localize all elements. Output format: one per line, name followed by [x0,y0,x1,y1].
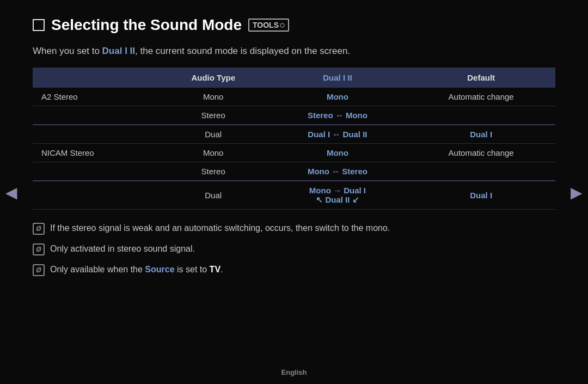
header-audio-type: Audio Type [158,68,268,88]
cell-default [407,162,555,181]
checkbox-icon [33,19,45,31]
table-row: Dual Mono → Dual I↖ Dual II ↙ Dual I [33,181,555,210]
header-default: Default [407,68,555,88]
note-icon-2: Ø [33,243,45,255]
sound-table: Audio Type Dual I II Default A2 Stereo M… [33,68,555,210]
cell-audio-type: Mono [158,143,268,162]
cell-group: A2 Stereo [33,88,158,106]
cell-default: Dual I [407,181,555,210]
title-row: Selecting the Sound Mode TOOLS ⬡ [33,16,555,34]
svg-rect-0 [35,22,42,28]
note-3-text: Only available when the Source is set to… [50,263,223,276]
nav-arrow-left[interactable]: ◀ [5,183,17,201]
cell-default: Dual I [407,125,555,144]
note-3-after: . [220,265,223,274]
note-3: Ø Only available when the Source is set … [33,263,555,276]
table-row: Dual Dual I ↔ Dual II Dual I [33,125,555,144]
table-row: NICAM Stereo Mono Mono Automatic change [33,143,555,162]
cell-default [407,106,555,125]
note-icon-3: Ø [33,264,45,276]
note-1-text: If the stereo signal is weak and an auto… [50,222,390,235]
cell-dual: Mono [268,143,407,162]
note-3-tv: TV [210,265,220,274]
cell-group: NICAM Stereo [33,143,158,162]
note-2-text: Only activated in stereo sound signal. [50,242,195,255]
header-group [33,68,158,88]
cell-group [33,181,158,210]
page-title: Selecting the Sound Mode [51,16,242,34]
cell-audio-type: Mono [158,88,268,106]
table-header-row: Audio Type Dual I II Default [33,68,555,88]
tools-badge: TOOLS ⬡ [248,19,289,32]
cell-dual: Mono ↔ Stereo [268,162,407,181]
cell-audio-type: Dual [158,125,268,144]
note-1: Ø If the stereo signal is weak and an au… [33,222,555,235]
notes-section: Ø If the stereo signal is weak and an au… [33,222,555,276]
subtitle-after: , the current sound mode is displayed on… [135,46,350,56]
nav-arrow-right[interactable]: ▶ [571,183,583,201]
table-row: A2 Stereo Mono Mono Automatic change [33,88,555,106]
cell-default: Automatic change [407,143,555,162]
note-3-source: Source [145,265,174,274]
header-dual: Dual I II [268,68,407,88]
cell-audio-type: Stereo [158,106,268,125]
subtitle: When you set to Dual I II, the current s… [33,45,555,58]
tools-label: TOOLS [253,21,279,29]
note-3-before: Only available when the [50,265,145,274]
cell-default: Automatic change [407,88,555,106]
cell-dual: Mono → Dual I↖ Dual II ↙ [268,181,407,210]
note-2: Ø Only activated in stereo sound signal. [33,242,555,255]
cell-group [33,162,158,181]
cell-audio-type: Stereo [158,162,268,181]
cell-dual: Mono [268,88,407,106]
tools-arrow-icon: ⬡ [280,22,285,28]
subtitle-before: When you set to [33,46,102,56]
footer-language: English [0,368,588,376]
subtitle-highlight: Dual I II [102,46,135,56]
cell-dual: Dual I ↔ Dual II [268,125,407,144]
cell-group [33,125,158,144]
table-row: Stereo Stereo ↔ Mono [33,106,555,125]
table-row: Stereo Mono ↔ Stereo [33,162,555,181]
note-3-middle: is set to [175,265,210,274]
cell-audio-type: Dual [158,181,268,210]
note-icon-1: Ø [33,223,45,235]
cell-group [33,106,158,125]
cell-dual: Stereo ↔ Mono [268,106,407,125]
